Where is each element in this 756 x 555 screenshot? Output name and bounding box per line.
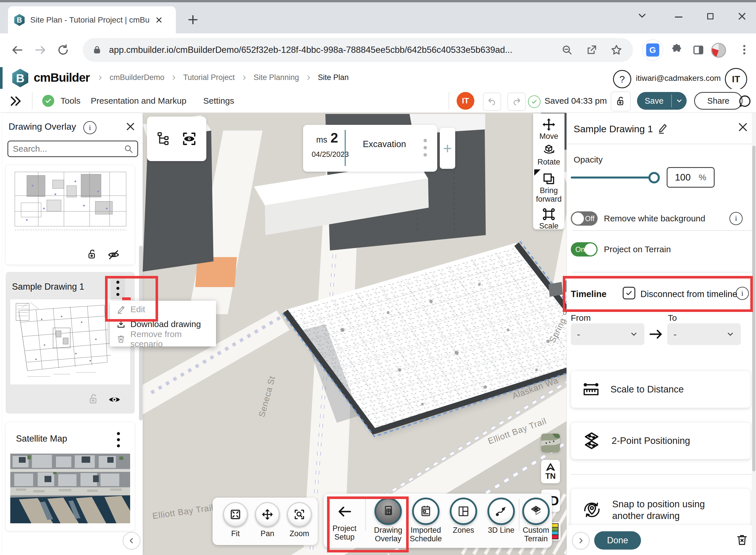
zones-button[interactable] bbox=[450, 498, 477, 525]
pan-button[interactable] bbox=[255, 502, 280, 527]
terrain-toggle[interactable]: On bbox=[571, 242, 598, 257]
translate-icon[interactable]: G bbox=[643, 40, 663, 60]
expand-panels-icon[interactable] bbox=[9, 94, 22, 108]
redo-button[interactable] bbox=[508, 92, 526, 111]
search-box[interactable] bbox=[7, 140, 138, 157]
breadcrumb-item[interactable]: Tutorial Project bbox=[183, 73, 235, 82]
custom-extension-icon[interactable] bbox=[711, 43, 726, 58]
done-label: Done bbox=[607, 535, 628, 546]
move-icon[interactable] bbox=[542, 117, 556, 132]
timeline-info-icon[interactable]: i bbox=[736, 287, 749, 300]
logo-text[interactable]: cmBuilder bbox=[34, 71, 90, 85]
satellite-map-card[interactable]: Satellite Map bbox=[6, 422, 135, 531]
from-value: - bbox=[577, 329, 580, 340]
panel-close-icon[interactable] bbox=[125, 121, 136, 132]
3d-line-button[interactable] bbox=[487, 498, 515, 525]
window-maximize-icon[interactable] bbox=[705, 11, 716, 22]
forward-icon[interactable] bbox=[34, 43, 47, 56]
extensions-puzzle-icon[interactable] bbox=[670, 43, 683, 56]
drawing-card[interactable] bbox=[6, 165, 135, 264]
fit-button[interactable] bbox=[223, 502, 248, 527]
tab-close-icon[interactable] bbox=[155, 16, 163, 24]
zoom-page-icon[interactable] bbox=[561, 44, 573, 56]
imported-schedule-icon bbox=[419, 505, 432, 518]
opacity-value-box[interactable]: 100 % bbox=[667, 167, 715, 188]
milestone-card[interactable]: ms 2 04/25/2023 Excavation bbox=[303, 125, 437, 172]
menu-tools[interactable]: Tools bbox=[60, 96, 81, 106]
bookmark-star-icon[interactable] bbox=[610, 44, 623, 56]
back-icon[interactable] bbox=[11, 43, 24, 56]
right-panel-scrollbar-thumb[interactable] bbox=[752, 146, 755, 471]
delete-drawing-icon[interactable] bbox=[735, 533, 749, 547]
new-tab-icon[interactable] bbox=[187, 14, 199, 26]
scale-icon[interactable] bbox=[542, 207, 556, 221]
window-minimize-icon[interactable] bbox=[673, 11, 684, 22]
done-button[interactable]: Done bbox=[594, 531, 641, 550]
rotate-icon[interactable] bbox=[542, 143, 556, 157]
opacity-slider-track[interactable] bbox=[571, 176, 655, 178]
browser-tab[interactable]: B Site Plan - Tutorial Project | cmBu bbox=[8, 6, 176, 33]
eye-visible-icon[interactable] bbox=[107, 392, 122, 407]
expand-properties-button[interactable] bbox=[572, 532, 589, 550]
white-bg-toggle[interactable]: Off bbox=[571, 211, 598, 226]
search-input[interactable] bbox=[8, 144, 124, 154]
url-text[interactable]: app.cmbuilder.io/cmBuilderDemo/652f32eb-… bbox=[109, 45, 512, 55]
comments-icon[interactable] bbox=[738, 94, 752, 108]
unlock-icon-disabled[interactable] bbox=[87, 393, 100, 405]
info-icon[interactable]: i bbox=[729, 212, 743, 225]
zoom-button[interactable] bbox=[287, 502, 312, 527]
visibility-frame-icon[interactable] bbox=[181, 131, 197, 147]
scale-to-distance-button[interactable]: Scale to Distance bbox=[571, 371, 751, 408]
disconnect-checkbox[interactable] bbox=[623, 287, 635, 299]
scenario-tree-icon[interactable] bbox=[156, 131, 171, 146]
imported-schedule-button[interactable] bbox=[412, 498, 439, 525]
panel-info-icon[interactable]: i bbox=[83, 121, 96, 134]
menu-settings[interactable]: Settings bbox=[203, 96, 234, 106]
cmbuilder-logo-icon[interactable]: B bbox=[11, 68, 29, 88]
browser-menu-icon[interactable] bbox=[738, 43, 751, 56]
active-user-badge[interactable]: IT bbox=[457, 92, 474, 110]
reload-icon[interactable] bbox=[56, 43, 69, 56]
rename-pencil-icon[interactable] bbox=[656, 122, 668, 134]
help-button[interactable]: ? bbox=[613, 70, 631, 88]
avatar[interactable]: IT bbox=[725, 68, 747, 90]
two-point-positioning-button[interactable]: 2-Point Positioning bbox=[571, 422, 751, 459]
collapse-panel-button[interactable] bbox=[123, 532, 140, 550]
breadcrumb-item[interactable]: Site Planning bbox=[254, 73, 299, 82]
unlock-icon[interactable] bbox=[86, 249, 98, 260]
side-panel-icon[interactable] bbox=[692, 43, 705, 56]
undo-button[interactable] bbox=[483, 92, 501, 111]
menu-presentation-markup[interactable]: Presentation and Markup bbox=[91, 96, 186, 106]
menu-remove[interactable]: Remove from scenario bbox=[110, 332, 216, 346]
save-button[interactable]: Save bbox=[637, 92, 671, 110]
trash-icon bbox=[116, 334, 126, 344]
url-pill[interactable]: app.cmbuilder.io/cmBuilderDemo/652f32eb-… bbox=[83, 38, 633, 62]
share-page-icon[interactable] bbox=[585, 44, 598, 56]
add-milestone-button[interactable]: + bbox=[440, 128, 455, 169]
lock-scenario-button[interactable] bbox=[611, 91, 631, 112]
project-setup-label[interactable]: Project Setup bbox=[327, 524, 362, 541]
opacity-label: Opacity bbox=[574, 155, 603, 165]
kebab-menu-icon[interactable] bbox=[111, 431, 126, 450]
minimap-button[interactable] bbox=[541, 434, 560, 453]
custom-terrain-button[interactable] bbox=[522, 498, 550, 525]
true-north-button[interactable]: TN bbox=[541, 460, 560, 483]
bring-forward-icon[interactable] bbox=[542, 172, 556, 186]
drawing-overlay-mode-button[interactable] bbox=[374, 498, 402, 525]
menu-edit[interactable]: Edit bbox=[110, 302, 216, 317]
panel-divider bbox=[572, 230, 752, 231]
transform-tool-palette: Move Rotate Bring forward Scale bbox=[533, 114, 565, 229]
panel-close-icon[interactable] bbox=[737, 121, 749, 133]
milestone-menu-icon[interactable] bbox=[419, 137, 431, 158]
eye-hidden-icon[interactable] bbox=[107, 248, 121, 262]
mode-toolbar-divider bbox=[365, 499, 366, 531]
to-dropdown[interactable]: - bbox=[667, 323, 741, 345]
window-close-icon[interactable] bbox=[736, 10, 748, 22]
from-dropdown[interactable]: - bbox=[571, 323, 645, 345]
project-setup-back-icon[interactable] bbox=[337, 504, 352, 519]
share-button[interactable]: Share bbox=[694, 92, 743, 110]
disconnect-label[interactable]: Disconnect from timeline bbox=[641, 289, 737, 299]
tab-search-chevron-icon[interactable] bbox=[636, 10, 648, 22]
opacity-slider-handle[interactable] bbox=[649, 172, 660, 183]
breadcrumb-item[interactable]: cmBuilderDemo bbox=[109, 73, 164, 82]
